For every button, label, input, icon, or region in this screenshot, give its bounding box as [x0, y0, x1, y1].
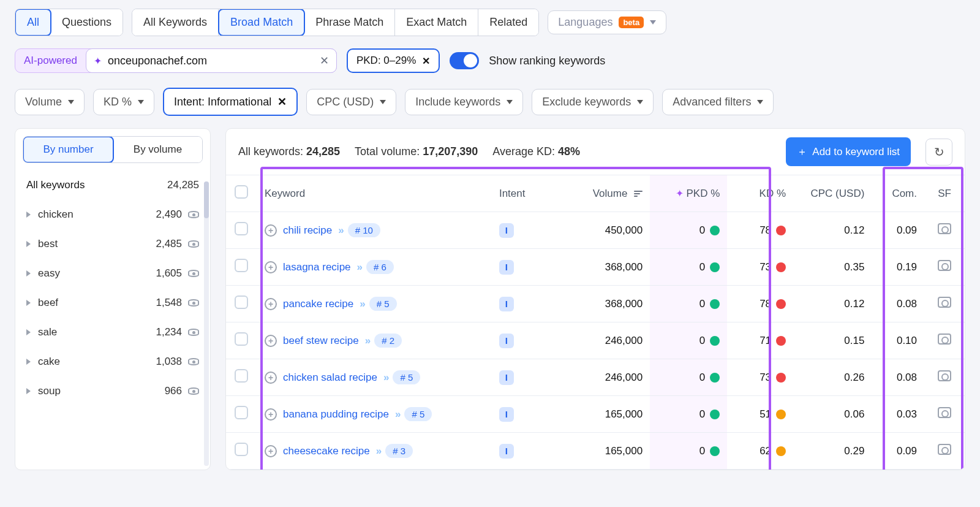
serp-features-icon[interactable] — [938, 407, 951, 418]
serp-features-icon[interactable] — [938, 444, 951, 455]
com-cell: 0.19 — [872, 249, 924, 286]
sidebar-item[interactable]: easy1,605 — [15, 259, 210, 288]
expand-icon[interactable]: + — [265, 224, 277, 237]
keyword-cell[interactable]: +banana pudding recipe»# 5 — [265, 407, 484, 421]
row-checkbox[interactable] — [235, 369, 248, 383]
eye-icon[interactable] — [188, 358, 199, 365]
col-kd[interactable]: KD % — [727, 175, 793, 212]
sidebar-item[interactable]: cake1,038 — [15, 347, 210, 376]
serp-features-icon[interactable] — [938, 370, 951, 381]
intent-badge: I — [499, 407, 514, 422]
row-checkbox[interactable] — [235, 406, 248, 419]
sidebar-item[interactable]: best2,485 — [15, 229, 210, 259]
refresh-button[interactable]: ↻ — [925, 139, 952, 166]
filter-exclude[interactable]: Exclude keywords — [532, 89, 654, 115]
col-pkd[interactable]: ✦ PKD % — [650, 175, 727, 212]
sidebar-item-count: 1,548 — [156, 297, 182, 309]
serp-features-icon[interactable] — [938, 334, 951, 345]
chevron-right-icon — [26, 388, 31, 394]
filter-advanced[interactable]: Advanced filters — [662, 89, 774, 115]
serp-features-icon[interactable] — [938, 260, 951, 271]
language-dropdown[interactable]: Languages beta — [548, 10, 666, 34]
expand-icon[interactable]: + — [265, 335, 277, 347]
filter-intent[interactable]: Intent: Informational ✕ — [163, 88, 298, 116]
select-all-checkbox[interactable] — [235, 185, 248, 199]
expand-icon[interactable]: + — [265, 298, 277, 310]
keyword-cell[interactable]: +chicken salad recipe»# 5 — [265, 370, 484, 384]
filter-volume[interactable]: Volume — [15, 89, 85, 115]
tab-all[interactable]: All — [15, 9, 51, 36]
tab-all-keywords[interactable]: All Keywords — [132, 9, 219, 36]
row-checkbox[interactable] — [235, 332, 248, 346]
sidebar-item[interactable]: chicken2,490 — [15, 200, 210, 229]
keyword-link[interactable]: cheesecake recipe — [283, 445, 370, 457]
keyword-link[interactable]: lasagna recipe — [283, 261, 351, 273]
chevron-down-icon — [380, 100, 386, 104]
serp-features-icon[interactable] — [938, 223, 951, 234]
eye-icon[interactable] — [188, 211, 199, 218]
tab-broad-match[interactable]: Broad Match — [218, 9, 305, 36]
col-cpc[interactable]: CPC (USD) — [793, 175, 872, 212]
remove-filter-icon[interactable]: ✕ — [422, 55, 430, 67]
keyword-link[interactable]: banana pudding recipe — [283, 408, 389, 421]
row-checkbox[interactable] — [235, 222, 248, 235]
col-com[interactable]: Com. — [872, 175, 924, 212]
sort-icon — [634, 191, 643, 197]
row-checkbox[interactable] — [235, 259, 248, 272]
keyword-cell[interactable]: +cheesecake recipe»# 3 — [265, 444, 484, 458]
keyword-cell[interactable]: +lasagna recipe»# 6 — [265, 260, 484, 274]
serp-features-icon[interactable] — [938, 297, 951, 308]
col-intent[interactable]: Intent — [492, 175, 545, 212]
filter-kd[interactable]: KD % — [93, 89, 154, 115]
tab-related[interactable]: Related — [478, 9, 538, 36]
keyword-cell[interactable]: +pancake recipe»# 5 — [265, 297, 484, 311]
col-keyword[interactable]: Keyword — [257, 175, 492, 212]
sort-by-number[interactable]: By number — [23, 136, 114, 163]
expand-icon[interactable]: + — [265, 372, 277, 384]
filter-cpc[interactable]: CPC (USD) — [306, 89, 396, 115]
keyword-link[interactable]: pancake recipe — [283, 298, 353, 310]
sort-by-volume[interactable]: By volume — [113, 137, 202, 162]
sidebar-all-keywords[interactable]: All keywords 24,285 — [15, 170, 210, 200]
col-sf[interactable]: SF — [924, 175, 965, 212]
eye-icon[interactable] — [188, 329, 199, 336]
sidebar-item[interactable]: sale1,234 — [15, 318, 210, 347]
volume-cell: 450,000 — [545, 212, 650, 249]
cpc-cell: 0.35 — [793, 249, 872, 286]
keyword-link[interactable]: beef stew recipe — [283, 335, 359, 347]
ai-domain-input[interactable] — [108, 55, 314, 67]
keyword-link[interactable]: chili recipe — [283, 224, 332, 237]
expand-icon[interactable]: + — [265, 261, 277, 273]
tab-exact-match[interactable]: Exact Match — [395, 9, 478, 36]
ai-input-wrap[interactable]: ✦ ✕ — [86, 48, 337, 73]
tab-questions[interactable]: Questions — [51, 9, 123, 36]
filter-include[interactable]: Include keywords — [405, 89, 523, 115]
clear-icon[interactable]: ✕ — [320, 54, 329, 67]
keyword-cell[interactable]: +chili recipe»# 10 — [265, 223, 484, 237]
ai-label: AI-powered — [15, 55, 86, 67]
table-row: +pancake recipe»# 5I368,0000780.120.08 — [226, 286, 965, 322]
eye-icon[interactable] — [188, 240, 199, 248]
eye-icon[interactable] — [188, 387, 199, 395]
eye-icon[interactable] — [188, 299, 199, 307]
col-volume[interactable]: Volume — [545, 175, 650, 212]
pkd-range-filter[interactable]: PKD: 0–29% ✕ — [347, 48, 440, 73]
eye-icon[interactable] — [188, 270, 199, 277]
tab-group-match: All Keywords Broad Match Phrase Match Ex… — [132, 9, 539, 36]
keyword-cell[interactable]: +beef stew recipe»# 2 — [265, 334, 484, 348]
kd-cell: 62 — [727, 433, 793, 470]
expand-icon[interactable]: + — [265, 408, 277, 421]
add-to-keyword-list-button[interactable]: ＋ Add to keyword list — [786, 137, 911, 166]
remove-filter-icon[interactable]: ✕ — [277, 95, 287, 109]
row-checkbox[interactable] — [235, 443, 248, 456]
show-ranking-toggle[interactable] — [450, 52, 479, 69]
chevrons-icon: » — [395, 408, 398, 421]
sidebar-scrollbar[interactable] — [204, 181, 209, 466]
expand-icon[interactable]: + — [265, 445, 277, 457]
keyword-link[interactable]: chicken salad recipe — [283, 372, 377, 384]
sidebar-item[interactable]: soup966 — [15, 376, 210, 406]
row-checkbox[interactable] — [235, 295, 248, 309]
sidebar-item[interactable]: beef1,548 — [15, 288, 210, 318]
tab-phrase-match[interactable]: Phrase Match — [304, 9, 395, 36]
rank-badge: # 5 — [404, 407, 432, 421]
